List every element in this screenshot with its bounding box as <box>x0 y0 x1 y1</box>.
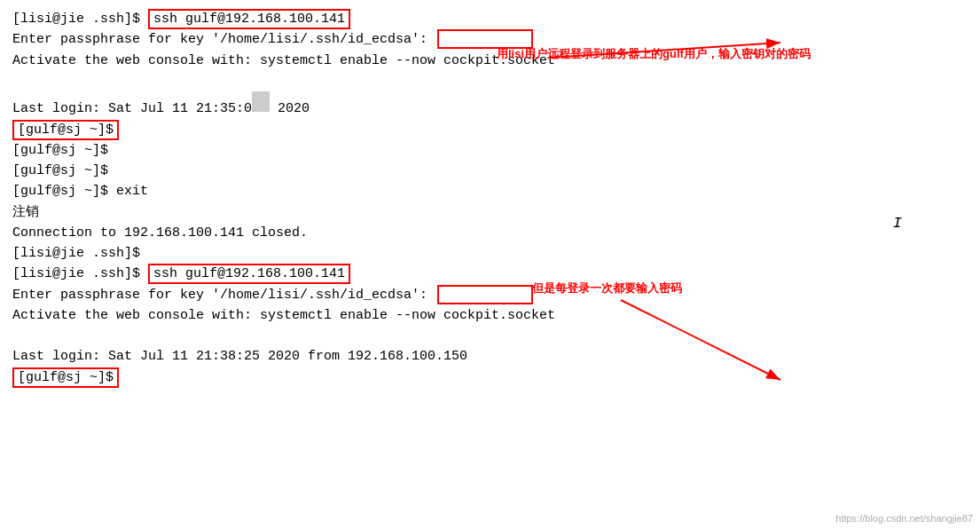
passphrase-input-2 <box>437 285 533 304</box>
terminal-area: [lisi@jie .ssh]$ ssh gulf@192.168.100.14… <box>0 0 980 397</box>
line-8: [gulf@sj ~]$ <box>12 161 968 181</box>
passphrase-label-1: Enter passphrase for key '/home/lisi/.ss… <box>12 32 435 47</box>
line-12: [lisi@jie .ssh]$ <box>12 243 968 264</box>
line-11: Connection to 192.168.100.141 closed. <box>12 223 968 243</box>
line-7: [gulf@sj ~]$ <box>12 140 968 161</box>
line-10: 注销 <box>12 202 968 223</box>
line-14: Enter passphrase for key '/home/lisi/.ss… <box>12 285 968 305</box>
cmd-box-1: ssh gulf@192.168.100.141 <box>148 9 350 29</box>
cmd-box-2: ssh gulf@192.168.100.141 <box>148 264 350 284</box>
line-15: Activate the web console with: systemctl… <box>12 305 968 326</box>
line-5: Last login: Sat Jul 11 21:35:05 2020 <box>12 91 968 120</box>
line-2: Enter passphrase for key '/home/lisi/.ss… <box>12 29 968 50</box>
passphrase-label-2: Enter passphrase for key '/home/lisi/.ss… <box>12 288 435 303</box>
line-16 <box>12 326 968 346</box>
prompt-1: [lisi@jie .ssh]$ <box>12 12 148 27</box>
prompt-2: [lisi@jie .ssh]$ <box>12 266 148 281</box>
line-13: [lisi@jie .ssh]$ ssh gulf@192.168.100.14… <box>12 264 968 284</box>
line-9: [gulf@sj ~]$ exit <box>12 181 968 201</box>
gulf-prompt-box-1: [gulf@sj ~]$ <box>12 120 119 140</box>
gulf-prompt-box-2: [gulf@sj ~]$ <box>12 367 119 388</box>
watermark: https://blog.csdn.net/shangjie87 <box>835 513 973 524</box>
passphrase-input-1 <box>437 29 533 49</box>
line-6: [gulf@sj ~]$ <box>12 120 968 140</box>
line-18: [gulf@sj ~]$ <box>12 367 968 388</box>
line-17: Last login: Sat Jul 11 21:38:25 2020 fro… <box>12 346 968 367</box>
line-1: [lisi@jie .ssh]$ ssh gulf@192.168.100.14… <box>12 9 968 29</box>
line-3: Activate the web console with: systemctl… <box>12 51 968 71</box>
line-4 <box>12 71 968 91</box>
obscured-1: 5 <box>252 91 270 112</box>
